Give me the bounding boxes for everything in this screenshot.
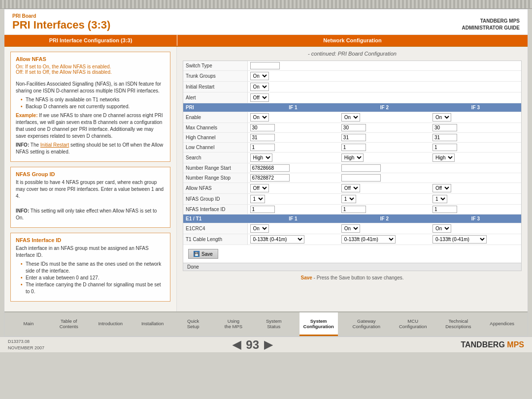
- initial-restart-if2: [339, 82, 430, 92]
- next-page-arrow[interactable]: ▶: [264, 338, 272, 351]
- enable-if1: OnOff: [247, 112, 339, 123]
- num-range-start-if1-input[interactable]: [250, 164, 290, 172]
- max-channels-if1-input[interactable]: [250, 124, 275, 131]
- left-panel: Allow NFAS On: If set to On, the Allow N…: [4, 47, 177, 311]
- search-label: Search: [183, 153, 247, 163]
- table-row: NFAS Group ID 1234 1234 1234: [183, 194, 521, 205]
- search-if3-select[interactable]: HighLow: [432, 153, 455, 162]
- low-channel-if2-input[interactable]: [341, 144, 366, 151]
- trunk-groups-if2: [339, 71, 430, 82]
- nav-item-introduction[interactable]: Introduction: [94, 312, 127, 336]
- search-if2-select[interactable]: HighLow: [341, 153, 364, 162]
- high-channel-if2-input[interactable]: [341, 134, 366, 141]
- allow-nfas-if1-select[interactable]: OffOn: [250, 184, 269, 192]
- nfas-group-info: INFO: This setting will only take effect…: [16, 208, 165, 221]
- bullet-item: Enter a value between 0 and 127.: [21, 275, 165, 281]
- t1-cable-if2-select[interactable]: 0-133ft (0-41m) 133-266ft (41-81m): [341, 235, 396, 244]
- enable-if1-select[interactable]: OnOff: [250, 113, 269, 122]
- max-channels-if2-input[interactable]: [341, 124, 366, 131]
- page-title: PRI Interfaces (3:3): [12, 19, 110, 31]
- high-channel-if3-input[interactable]: [432, 134, 457, 141]
- num-range-start-if3: [430, 163, 521, 173]
- nfas-interface-if2: [339, 205, 430, 215]
- nav-item-technical[interactable]: TechnicalDescriptions: [441, 312, 475, 336]
- nav-item-installation[interactable]: Installation: [137, 312, 167, 336]
- nfas-interface-if3-input[interactable]: [432, 206, 457, 213]
- num-range-start-if2: [339, 163, 430, 173]
- num-range-stop-label: Number Range Stop: [183, 173, 247, 183]
- num-range-stop-if2-input[interactable]: [341, 174, 381, 182]
- nav-item-using-mps[interactable]: Usingthe MPS: [219, 312, 248, 336]
- trunk-groups-label: Trunk Groups: [183, 71, 247, 82]
- nfas-interface-if1-input[interactable]: [250, 206, 275, 213]
- nfas-interface-if2-input[interactable]: [341, 206, 366, 213]
- max-channels-if3-input[interactable]: [432, 124, 457, 131]
- allow-nfas-if3-select[interactable]: OffOn: [432, 184, 451, 192]
- nav-item-main[interactable]: Main: [14, 312, 43, 336]
- bottom-nav: Main Table ofContents Introduction Insta…: [4, 311, 528, 336]
- allow-nfas-if2-select[interactable]: OffOn: [341, 184, 360, 192]
- nav-label-mcu-config: MCUConfiguration: [399, 318, 427, 329]
- config-table: Switch Type Trunk Groups OnOff: [183, 61, 521, 245]
- table-row: Search HighLow HighLow HighLow: [183, 153, 521, 163]
- search-if1-select[interactable]: HighLow: [250, 153, 272, 162]
- nfas-group-if1-select[interactable]: 1234: [250, 195, 265, 203]
- table-row: Allow NFAS OffOn OffOn OffOn: [183, 183, 521, 194]
- initial-restart-select[interactable]: OnOff: [250, 83, 269, 91]
- low-channel-if1-input[interactable]: [250, 144, 275, 151]
- search-if1: HighLow: [247, 153, 339, 163]
- nav-label-gateway-config: GatewayConfiguration: [353, 318, 381, 329]
- e1crc4-if2-select[interactable]: OnOff: [341, 224, 360, 233]
- table-row: Low Channel: [183, 143, 521, 153]
- low-channel-if3-input[interactable]: [432, 144, 457, 151]
- done-bar: Done: [183, 263, 521, 271]
- nfas-group-if2-select[interactable]: 1234: [341, 195, 356, 203]
- enable-if3-select[interactable]: OnOff: [432, 113, 451, 122]
- nav-item-system-status[interactable]: SystemStatus: [259, 312, 289, 336]
- bullet-item: The NFAS is only available on T1 network…: [21, 96, 165, 103]
- nfas-group-if1: 1234: [247, 194, 339, 205]
- switch-type-label: Switch Type: [183, 61, 247, 71]
- switch-type-input[interactable]: [250, 62, 280, 69]
- num-range-stop-if1-input[interactable]: [250, 174, 290, 182]
- nav-label-technical: TechnicalDescriptions: [445, 318, 471, 329]
- nfas-group-if3-select[interactable]: 1234: [432, 195, 447, 203]
- trunk-groups-select[interactable]: OnOff: [250, 72, 269, 80]
- table-row: Number Range Start: [183, 163, 521, 173]
- initial-restart-label: Initial Restart: [183, 82, 247, 92]
- allow-nfas-title: Allow NFAS: [16, 56, 165, 62]
- nav-item-system-config[interactable]: SystemConfiguration: [299, 312, 338, 336]
- allow-nfas-off: Off: If set to Off, the Allow NFAS is di…: [16, 69, 165, 75]
- config-subtitle: - continued: PRI Board Configuration: [183, 51, 522, 57]
- high-channel-if1-input[interactable]: [250, 134, 275, 141]
- table-row: High Channel: [183, 133, 521, 143]
- right-panel: - continued: PRI Board Configuration Swi…: [177, 47, 528, 311]
- left-section-header: PRI Interface Configuration (3:3): [4, 35, 177, 46]
- pri-header-row: PRI IF 1 IF 2 IF 3: [183, 103, 521, 112]
- nav-item-quick-setup[interactable]: QuickSetup: [178, 312, 208, 336]
- prev-page-arrow[interactable]: ◀: [233, 338, 241, 351]
- save-button[interactable]: 💾 Save: [188, 249, 218, 259]
- high-channel-label: High Channel: [183, 133, 247, 143]
- alert-select[interactable]: OffOn: [250, 93, 269, 102]
- nav-item-appendices[interactable]: Appendices: [486, 312, 518, 336]
- nav-label-using-mps: Usingthe MPS: [225, 318, 242, 329]
- num-range-stop-if3: [430, 173, 521, 183]
- nav-item-mcu-config[interactable]: MCUConfiguration: [395, 312, 431, 336]
- initial-restart-link[interactable]: Initial Restart: [40, 142, 69, 148]
- nav-item-toc[interactable]: Table ofContents: [54, 312, 84, 336]
- high-channel-if3: [430, 133, 521, 143]
- t1-cable-if3-select[interactable]: 0-133ft (0-41m) 133-266ft (41-81m): [432, 235, 487, 244]
- enable-if2-select[interactable]: OnOff: [341, 113, 360, 122]
- num-range-stop-if1: [247, 173, 339, 183]
- max-channels-if3: [430, 123, 521, 133]
- num-range-start-if2-input[interactable]: [341, 164, 381, 172]
- main-container: PRI Board PRI Interfaces (3:3) TANDBERG …: [4, 9, 528, 337]
- enable-if3: OnOff: [430, 112, 521, 123]
- e1crc4-if3-select[interactable]: OnOff: [432, 224, 451, 233]
- table-row: NFAS Interface ID: [183, 205, 521, 215]
- nav-item-gateway-config[interactable]: GatewayConfiguration: [349, 312, 385, 336]
- t1-cable-if1-select[interactable]: 0-133ft (0-41m) 133-266ft (41-81m): [250, 235, 304, 244]
- e1crc4-if1-select[interactable]: OnOff: [250, 224, 269, 233]
- max-channels-label: Max Channels: [183, 123, 247, 133]
